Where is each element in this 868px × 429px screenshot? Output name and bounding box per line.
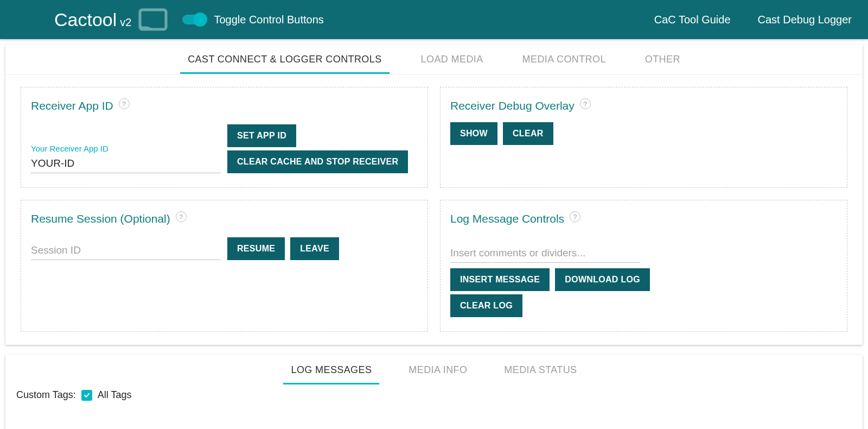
- help-icon[interactable]: ?: [176, 211, 187, 222]
- log-panel: LOG MESSAGES MEDIA INFO MEDIA STATUS Cus…: [5, 355, 863, 429]
- custom-tags-label: Custom Tags:: [16, 389, 76, 401]
- card-title: Log Message Controls: [450, 212, 564, 225]
- logo-title: Cactool: [54, 9, 117, 30]
- tab-cast-connect[interactable]: CAST CONNECT & LOGGER CONTROLS: [184, 46, 385, 73]
- controls-panel: CAST CONNECT & LOGGER CONTROLS LOAD MEDI…: [5, 45, 863, 345]
- insert-message-button[interactable]: INSERT MESSAGE: [450, 268, 550, 291]
- all-tags-checkbox[interactable]: [81, 390, 92, 401]
- card-title: Receiver App ID: [31, 99, 113, 112]
- clear-overlay-button[interactable]: CLEAR: [503, 122, 553, 145]
- clear-cache-stop-receiver-button[interactable]: CLEAR CACHE AND STOP RECEIVER: [227, 150, 408, 173]
- card-log-message-controls: Log Message Controls ? INSERT MESSAGE DO…: [440, 200, 847, 332]
- clear-log-button[interactable]: CLEAR LOG: [450, 294, 522, 317]
- header-links: CaC Tool Guide Cast Debug Logger: [654, 14, 852, 26]
- logo: Cactool v2: [54, 9, 131, 30]
- receiver-app-id-input[interactable]: [31, 155, 221, 173]
- card-receiver-app-id: Receiver App ID ? Your Receiver App ID S…: [21, 87, 428, 188]
- main-tabs: CAST CONNECT & LOGGER CONTROLS LOAD MEDI…: [5, 45, 863, 75]
- all-tags-label: All Tags: [98, 389, 132, 401]
- tab-load-media[interactable]: LOAD MEDIA: [418, 46, 487, 73]
- download-log-button[interactable]: DOWNLOAD LOG: [555, 268, 650, 291]
- log-comment-input[interactable]: [450, 245, 640, 263]
- help-icon[interactable]: ?: [570, 211, 580, 222]
- card-title: Resume Session (Optional): [31, 212, 170, 225]
- leave-button[interactable]: LEAVE: [290, 237, 339, 260]
- tab-other[interactable]: OTHER: [642, 46, 684, 73]
- help-icon[interactable]: ?: [119, 98, 130, 109]
- session-id-input[interactable]: [31, 242, 221, 260]
- cards-grid: Receiver App ID ? Your Receiver App ID S…: [5, 75, 863, 332]
- card-title: Receiver Debug Overlay: [450, 99, 575, 112]
- svg-rect-0: [140, 10, 166, 29]
- set-app-id-button[interactable]: SET APP ID: [227, 124, 296, 147]
- toggle-label: Toggle Control Buttons: [214, 14, 323, 26]
- resume-button[interactable]: RESUME: [227, 237, 285, 260]
- tab-media-info[interactable]: MEDIA INFO: [405, 356, 470, 384]
- toggle-control-buttons: Toggle Control Buttons: [182, 14, 323, 26]
- card-debug-overlay: Receiver Debug Overlay ? SHOW CLEAR: [440, 87, 847, 188]
- toggle-switch[interactable]: [182, 15, 206, 24]
- show-overlay-button[interactable]: SHOW: [450, 122, 497, 145]
- tab-media-status[interactable]: MEDIA STATUS: [501, 356, 580, 384]
- tab-media-control[interactable]: MEDIA CONTROL: [519, 46, 609, 73]
- logo-version: v2: [120, 16, 131, 29]
- card-resume-session: Resume Session (Optional) ? RESUME LEAVE: [21, 200, 428, 332]
- link-debug-logger[interactable]: Cast Debug Logger: [758, 14, 852, 26]
- link-guide[interactable]: CaC Tool Guide: [654, 14, 731, 26]
- cast-icon: [137, 7, 169, 33]
- input-label: Your Receiver App ID: [31, 144, 221, 153]
- custom-tags-row: Custom Tags: All Tags: [5, 385, 863, 401]
- svg-point-1: [140, 26, 143, 29]
- tab-log-messages[interactable]: LOG MESSAGES: [288, 356, 375, 384]
- log-tabs: LOG MESSAGES MEDIA INFO MEDIA STATUS: [5, 355, 863, 385]
- app-header: Cactool v2 Toggle Control Buttons CaC To…: [0, 0, 868, 39]
- help-icon[interactable]: ?: [580, 98, 591, 109]
